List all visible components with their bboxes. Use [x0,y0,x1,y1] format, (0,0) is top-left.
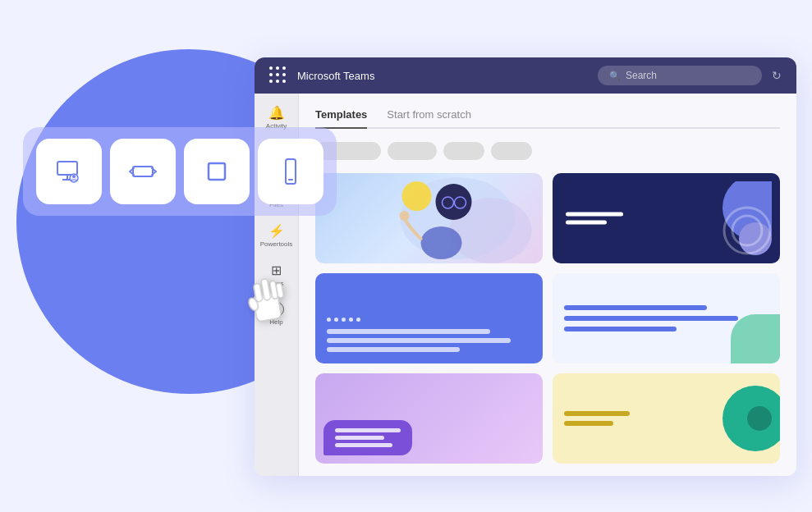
tab-start-from-scratch[interactable]: Start from scratch [387,108,471,127]
template-card-5[interactable] [315,373,543,464]
grid-icon [269,66,287,85]
svg-point-18 [724,208,770,254]
text-line-2 [327,338,511,343]
template-card-4[interactable] [553,273,780,363]
activity-icon: 🔔 [268,105,285,121]
square-icon [200,155,233,188]
template-card-2[interactable] [553,173,780,263]
person-screen-card[interactable] [36,139,102,204]
resize-icon [126,155,159,188]
svg-point-17 [400,211,410,221]
content-panel: Templates Start from scratch [299,94,796,476]
svg-point-19 [732,216,762,245]
yellow-line-1 [564,411,630,416]
refresh-icon[interactable]: ↻ [772,69,782,82]
light-line-3 [564,327,677,331]
search-placeholder: Search [626,70,657,81]
search-bar[interactable]: 🔍 Search [598,66,762,85]
pill-personal[interactable] [491,142,532,160]
dot-2 [334,318,338,322]
svg-point-13 [421,226,462,259]
mobile-card[interactable] [258,139,323,204]
template-card-3[interactable] [315,273,543,363]
chat-line-2 [335,436,384,440]
title-bar: Microsoft Teams 🔍 Search ↻ [255,57,796,94]
chat-bubble [323,420,412,455]
illustration-svg [315,173,543,263]
teal-circle-inner [747,406,772,431]
svg-rect-5 [133,167,153,176]
text-line-1 [327,329,490,334]
tab-templates[interactable]: Templates [315,108,367,127]
green-shape [731,314,780,363]
blue-dots [327,318,531,322]
sidebar-item-powertools[interactable]: ⚡ Powertools [258,218,296,253]
yellow-lines [564,411,630,426]
pill-business[interactable] [388,142,437,160]
svg-rect-0 [57,162,77,175]
template-card-1[interactable] [315,173,543,263]
light-line-1 [564,305,707,310]
chat-line-1 [335,428,401,432]
dot-5 [356,318,360,322]
app-name: Microsoft Teams [297,70,588,82]
svg-point-4 [72,175,76,178]
hand-cursor-svg [236,267,295,331]
dot-3 [342,318,346,322]
dot-4 [349,318,353,322]
template-card-6[interactable] [553,373,780,464]
chat-line-3 [335,443,392,447]
navy-line-1 [566,213,623,217]
resize-card[interactable] [110,139,176,204]
filter-pills [315,142,780,160]
tabs-container: Templates Start from scratch [315,108,780,129]
teams-window: Microsoft Teams 🔍 Search ↻ 🔔 Activity 📞 … [255,57,796,476]
svg-point-11 [402,181,432,211]
search-icon: 🔍 [609,71,621,81]
light-line-2 [564,316,738,321]
navy-svg [698,181,772,255]
person-screen-icon [53,155,85,188]
text-line-3 [327,347,460,352]
dot-1 [327,318,331,322]
template-grid [315,173,780,464]
navy-lines [566,213,623,225]
pill-education[interactable] [443,142,484,160]
powertools-label: Powertools [260,240,293,248]
powertools-icon: ⚡ [268,223,285,239]
navy-line-2 [566,221,607,225]
yellow-line-2 [564,421,613,426]
mobile-icon [274,155,307,188]
svg-rect-6 [209,163,225,180]
square-card[interactable] [184,139,250,204]
icon-cards-container [23,127,337,216]
